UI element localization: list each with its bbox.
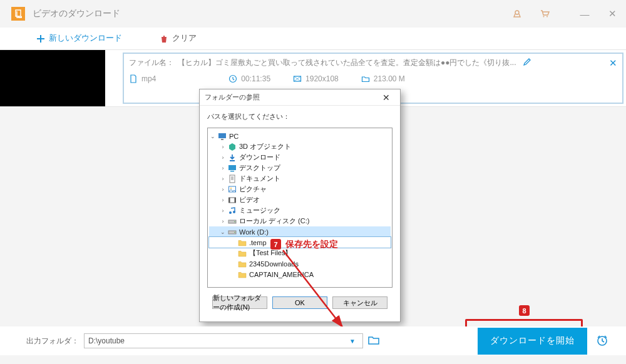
start-download-button[interactable]: ダウンロードを開始 <box>478 328 587 355</box>
svg-point-15 <box>229 211 232 214</box>
schedule-button[interactable] <box>596 334 608 348</box>
svg-point-11 <box>230 188 232 189</box>
desk-icon <box>228 164 237 173</box>
filename-label: ファイル名： <box>129 58 174 68</box>
window-title: ビデオのダウンロード <box>33 8 120 19</box>
close-button[interactable]: ✕ <box>598 0 626 28</box>
new-folder-button[interactable]: 新しいフォルダーの作成(N) <box>212 296 267 309</box>
edit-icon[interactable] <box>523 58 531 68</box>
tree-item[interactable]: ›ダウンロード <box>209 152 391 163</box>
tree-item[interactable]: ›3D オブジェクト <box>209 141 391 152</box>
folder-icon <box>361 74 370 83</box>
dialog-prompt: パスを選択してください： <box>207 112 393 121</box>
filesize-value: 213.00 M <box>361 74 405 83</box>
svg-rect-8 <box>230 171 234 172</box>
annotation-badge-8: 8 <box>519 305 530 316</box>
format-value: mp4 <box>129 74 156 83</box>
fld-icon <box>238 238 247 247</box>
file-icon <box>129 74 138 83</box>
drv-icon <box>228 217 237 226</box>
plus-icon <box>36 34 45 43</box>
svg-rect-9 <box>230 175 235 183</box>
fld-icon <box>238 270 247 279</box>
svg-rect-14 <box>235 198 236 203</box>
drv-icon <box>228 228 237 236</box>
vip-icon[interactable] <box>503 0 531 28</box>
pic-icon <box>228 185 237 194</box>
clock-icon <box>228 74 237 83</box>
svg-point-20 <box>234 231 235 233</box>
annotation-text-7: 保存先を設定 <box>285 239 338 250</box>
dialog-close-button[interactable]: ✕ <box>375 89 398 105</box>
browse-folder-dialog: フォルダーの参照 ✕ パスを選択してください： ⌄PC›3D オブジェクト›ダウ… <box>199 89 401 322</box>
mus-icon <box>228 206 237 215</box>
tree-item[interactable]: ›デスクトップ <box>209 163 391 173</box>
tree-item[interactable]: ›ピクチャ <box>209 184 391 195</box>
dialog-title: フォルダーの参照 <box>205 93 260 102</box>
svg-point-1 <box>543 16 545 18</box>
tree-item[interactable]: ⌄Work (D:) <box>209 226 391 237</box>
tree-item[interactable]: 2345Downloads <box>209 258 391 269</box>
svg-point-2 <box>546 16 548 18</box>
tree-item[interactable]: CAPTAIN_AMERICA <box>209 269 391 280</box>
svg-point-18 <box>234 221 235 222</box>
tree-item[interactable]: ›ビデオ <box>209 195 391 205</box>
svg-rect-13 <box>229 198 230 203</box>
filename-value: 【ヒカル】ゴミ屋敷丸ごと買い取って残されていた品全てを査定。査定金額は●●円でし… <box>178 58 516 68</box>
ok-button[interactable]: OK <box>272 296 327 309</box>
app-logo <box>11 7 25 21</box>
output-folder-label: 出力フォルダ： <box>26 336 79 346</box>
cancel-button[interactable]: キャンセル <box>332 296 387 309</box>
trash-icon <box>160 34 168 43</box>
minimize-button[interactable]: — <box>571 0 598 28</box>
3d-icon <box>228 143 237 151</box>
output-folder-input[interactable]: D:\youtube ▼ <box>84 333 363 348</box>
new-download-button[interactable]: 新しいダウンロード <box>36 33 122 44</box>
dl-icon <box>228 153 237 162</box>
tree-item[interactable]: ›ミュージック <box>209 205 391 216</box>
folder-tree[interactable]: ⌄PC›3D オブジェクト›ダウンロード›デスクトップ›ドキュメント›ピクチャ›… <box>207 128 393 288</box>
tree-item[interactable]: ⌄PC <box>209 131 391 141</box>
svg-point-16 <box>233 211 235 213</box>
tree-item[interactable]: ›ドキュメント <box>209 173 391 184</box>
vid-icon <box>228 196 237 205</box>
fld-icon <box>238 260 247 268</box>
svg-point-0 <box>515 11 519 14</box>
svg-rect-7 <box>228 165 236 170</box>
cart-icon[interactable] <box>531 0 558 28</box>
clear-button[interactable]: クリア <box>160 33 197 44</box>
video-thumbnail <box>0 50 123 106</box>
fld-icon <box>238 249 247 258</box>
pc-icon <box>218 132 227 141</box>
resolution-icon <box>293 74 302 83</box>
annotation-badge-7: 7 <box>270 239 281 250</box>
browse-folder-button[interactable] <box>368 335 379 346</box>
duration-value: 00:11:35 <box>228 74 270 83</box>
svg-rect-6 <box>221 139 223 140</box>
tree-item[interactable]: ›ローカル ディスク (C:) <box>209 216 391 226</box>
svg-rect-5 <box>218 133 226 138</box>
doc-icon <box>228 174 237 183</box>
resolution-value: 1920x108 <box>293 74 339 83</box>
remove-item-button[interactable]: ✕ <box>609 58 617 69</box>
dropdown-icon[interactable]: ▼ <box>346 334 359 348</box>
